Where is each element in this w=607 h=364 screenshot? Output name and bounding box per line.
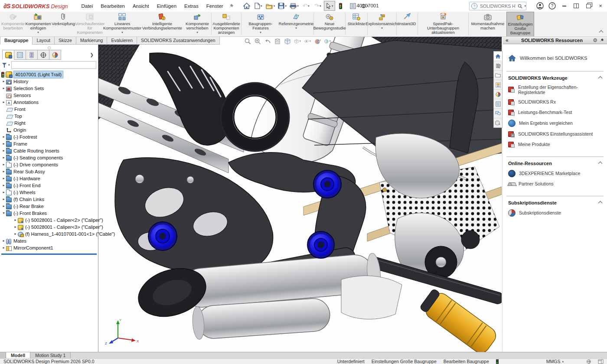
- user-account-icon[interactable]: [536, 2, 544, 10]
- collapse-taskpane-icon[interactable]: «: [506, 37, 509, 43]
- dropdown-caret-icon[interactable]: ▾: [260, 31, 261, 34]
- tile-windows-button[interactable]: [572, 2, 580, 10]
- expand-arrow-icon[interactable]: ▸: [1, 85, 6, 92]
- search-icon[interactable]: [518, 4, 522, 9]
- ribbon-exploded-view[interactable]: Explosionsansicht ▾: [368, 12, 396, 36]
- zoom-to-fit-icon[interactable]: [244, 38, 251, 45]
- model-blue-bushing-1[interactable]: [313, 170, 341, 198]
- tree-item-chain-links[interactable]: ▸(f) Chain Links: [0, 196, 98, 203]
- ribbon-mate[interactable]: Verknüpfung: [51, 12, 75, 36]
- filter-funnel-icon[interactable]: [2, 62, 7, 68]
- taskpane-tab-appearances[interactable]: [494, 90, 502, 99]
- tab-modell[interactable]: Modell: [6, 352, 30, 358]
- taskpane-item-rx[interactable]: SOLIDWORKS Rx: [503, 97, 607, 107]
- tree-item-selection-sets[interactable]: ▸Selection Sets: [0, 85, 98, 92]
- taskpane-item-settings-wizard[interactable]: SOLIDWORKS Einstellungsassistent: [503, 129, 607, 139]
- dropdown-caret-icon[interactable]: ▾: [295, 26, 297, 29]
- tree-item-cable-routing-inserts[interactable]: ▸Cable Routing Inserts: [0, 147, 98, 154]
- section-werkzeuge[interactable]: SOLIDWORKS Werkzeuge: [503, 72, 607, 82]
- model-white-bracket[interactable]: [341, 276, 402, 319]
- expand-arrow-icon[interactable]: ▸: [13, 224, 18, 231]
- tree-item-top-plane[interactable]: Top: [0, 113, 98, 120]
- tab-zusatzanwendungen[interactable]: SOLIDWORKS Zusatzanwendungen: [137, 37, 220, 45]
- filter-caret-icon[interactable]: ▾: [8, 63, 10, 67]
- tree-item-front-plane[interactable]: Front: [0, 106, 98, 113]
- taskpane-tab-custom-properties[interactable]: [494, 99, 502, 109]
- tree-item-origin[interactable]: Origin: [0, 127, 98, 133]
- help-search-box[interactable]: ? ▾: [469, 2, 526, 10]
- tree-item-wheels[interactable]: ▸(-) Wheels: [0, 189, 98, 196]
- tab-markierung[interactable]: Markierung: [76, 37, 108, 45]
- redo-button[interactable]: ↷▾: [312, 1, 323, 11]
- expand-arrow-icon[interactable]: ▸: [1, 154, 6, 161]
- tree-item-hardware[interactable]: ▸(-) Hardware: [0, 175, 98, 182]
- taskpane-item-my-products[interactable]: Meine Produkte: [503, 139, 607, 150]
- section-collapse-icon[interactable]: [598, 201, 603, 205]
- panel-expand-icon[interactable]: ❯: [90, 52, 94, 57]
- tree-root-item[interactable]: 40107001 (Light Trail): [0, 71, 98, 78]
- ribbon-insert-components[interactable]: Komponenten einfügen ▾: [25, 12, 51, 36]
- ribbon-take-snapshot[interactable]: Momentaufnahme machen: [469, 12, 506, 36]
- taskpane-item-compare-results[interactable]: Mein Ergebnis vergleichen: [503, 117, 607, 129]
- tree-item-drive-components[interactable]: ▸(-) Drive components: [0, 161, 98, 168]
- section-collapse-icon[interactable]: [598, 76, 603, 80]
- taskpane-pin-icon[interactable]: [599, 38, 604, 43]
- section-subscription[interactable]: Subskriptionsdienste: [503, 196, 607, 207]
- tree-item-history[interactable]: ▸History: [0, 78, 98, 85]
- tab-featuremanager[interactable]: [2, 50, 14, 60]
- rollback-bar[interactable]: [1, 254, 97, 255]
- tree-item-mirror-component[interactable]: ▸MirrorComponent1: [0, 244, 98, 251]
- ribbon-smart-fasteners[interactable]: Intelligente Verbindungselemente: [140, 12, 184, 36]
- restore-button[interactable]: [584, 2, 592, 10]
- search-caret-icon[interactable]: ▾: [524, 4, 526, 8]
- hide-show-items-icon[interactable]: ▾: [304, 38, 311, 45]
- expand-arrow-icon[interactable]: ▸: [1, 182, 6, 189]
- ribbon-instant3d[interactable]: Instant3D: [397, 12, 417, 36]
- expand-arrow-icon[interactable]: ▸: [1, 244, 6, 251]
- taskpane-tab-design-library[interactable]: [494, 61, 502, 71]
- tree-item-seating-components[interactable]: ▸(-) Seating components: [0, 154, 98, 161]
- tab-motion-study[interactable]: Motion Study 1: [30, 352, 71, 358]
- dropdown-caret-icon[interactable]: ▾: [381, 26, 383, 29]
- expand-arrow-icon[interactable]: ▸: [1, 237, 6, 244]
- menu-pin-icon[interactable]: [228, 3, 234, 9]
- new-document-button[interactable]: ▾: [253, 1, 264, 11]
- status-sphere-icon[interactable]: [586, 359, 592, 364]
- menu-bearbeiten[interactable]: Bearbeiten: [97, 1, 129, 11]
- expand-arrow-icon[interactable]: ▸: [1, 189, 6, 196]
- expand-arrow-icon[interactable]: ▸: [1, 99, 6, 106]
- print-button[interactable]: ▾: [288, 1, 300, 11]
- dropdown-caret-icon[interactable]: ▾: [121, 31, 123, 34]
- taskpane-tab-view-palette[interactable]: [494, 80, 502, 90]
- search-input[interactable]: [479, 3, 516, 9]
- dropdown-caret-icon[interactable]: ▾: [37, 31, 39, 34]
- tab-evaluieren[interactable]: Evaluieren: [107, 37, 137, 45]
- expand-arrow-icon[interactable]: ▸: [1, 147, 6, 154]
- status-panel-icon[interactable]: [597, 359, 604, 364]
- tree-item-harness[interactable]: ▸(f) Harness_1-40107001-001<1> ("Cable"): [0, 231, 98, 237]
- tree-item-front-end[interactable]: ▸(-) Front End: [0, 182, 98, 189]
- welcome-link[interactable]: Willkommen bei SOLIDWORKS: [503, 44, 607, 68]
- filter-input[interactable]: [11, 61, 96, 69]
- taskpane-tab-forum[interactable]: [494, 109, 502, 118]
- expand-arrow-icon[interactable]: ▸: [1, 168, 6, 175]
- expand-arrow-icon[interactable]: ▸: [13, 231, 18, 237]
- expand-arrow-icon[interactable]: ▸: [1, 161, 6, 168]
- undo-button[interactable]: ↶▾: [300, 1, 312, 11]
- tab-skizze[interactable]: Skizze: [54, 37, 76, 45]
- ribbon-speedpak-update[interactable]: SpeedPak-Unterbaugruppen aktualisieren: [418, 12, 468, 36]
- taskpane-gear-icon[interactable]: ⚙: [593, 37, 597, 43]
- taskpane-tab-file-explorer[interactable]: [494, 71, 502, 80]
- expand-arrow-icon[interactable]: ▸: [1, 175, 6, 182]
- tree-item-sensors[interactable]: Sensors: [0, 92, 98, 99]
- ribbon-move-component[interactable]: Komponente verschieben ▾: [184, 12, 211, 36]
- section-collapse-icon[interactable]: [598, 161, 603, 166]
- tree-item-caliper-3[interactable]: ▸(-) 50028001 - Caliper<3> ("Caliper"): [0, 224, 98, 231]
- tab-configurationmanager[interactable]: [26, 50, 38, 60]
- help-icon[interactable]: ?: [548, 2, 556, 10]
- collapse-arrow-icon[interactable]: ▾: [1, 210, 6, 217]
- status-units[interactable]: MMGS▴: [546, 359, 564, 364]
- ribbon-collapse-icon[interactable]: [599, 30, 604, 35]
- menu-fenster[interactable]: Fenster: [202, 1, 227, 11]
- close-button[interactable]: ×: [597, 2, 604, 10]
